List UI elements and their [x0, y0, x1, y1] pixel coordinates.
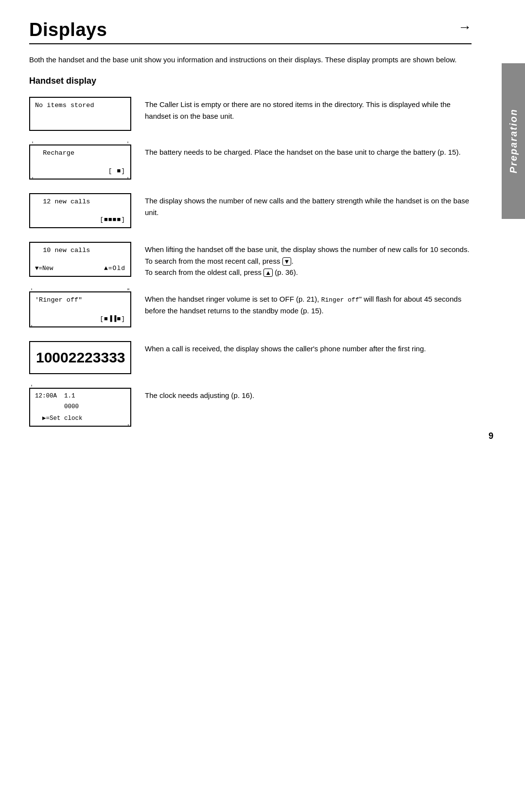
display-row-phone: 10002223333 When a call is received, the…: [29, 341, 472, 374]
tick-bl: ': [31, 177, 34, 182]
desc-ringer: When the handset ringer volume is set to…: [145, 291, 472, 316]
desc-recharge: The battery needs to be charged. Place t…: [145, 144, 472, 158]
desc-phone: When a call is received, the display sho…: [145, 341, 472, 354]
lcd-display-12-calls: 12 new calls [■■■■]: [29, 193, 131, 228]
sidebar-tab-label: Preparation: [508, 108, 519, 173]
display-items: No items stored The Caller List is empty…: [29, 97, 472, 427]
tick-ringer-tr: ": [127, 289, 130, 294]
tick-br: ': [126, 177, 129, 182]
battery-icon-12: [■■■■]: [100, 216, 125, 223]
lcd-bottom-recharge: [ ■]: [35, 167, 125, 175]
tick-ringer-tl: ': [30, 289, 33, 294]
lcd-bottom-ringer: [■▐▐■]: [35, 315, 125, 323]
lcd-line-12-calls: 12 new calls: [35, 198, 125, 205]
lcd-line-recharge: Recharge: [35, 149, 125, 157]
tick-clock-tl: ': [30, 385, 33, 390]
lcd-display-no-items: No items stored: [29, 97, 131, 131]
display-row-10-calls: 10 new calls ▼=New ▲=Old When lifting th…: [29, 242, 472, 278]
lcd-line-clock1: 12:00A 1.1: [35, 393, 125, 399]
display-row-recharge: ' ' Recharge [ ■] ' ' The battery needs …: [29, 144, 472, 180]
lcd-line-phone: 10002223333: [36, 349, 124, 366]
display-row-clock: ' 12:00A 1.1 0000 ▶=Set clock ' The cloc…: [29, 388, 472, 427]
tick-ringer-bl: ': [30, 325, 33, 330]
battery-label-10: ▲=Old: [104, 265, 125, 272]
title-arrow: →: [458, 19, 472, 35]
lcd-line: No items stored: [35, 102, 125, 109]
lcd-line-clock3: ▶=Set clock: [35, 414, 125, 422]
display-row-12-calls: 12 new calls [■■■■] The display shows th…: [29, 193, 472, 228]
lcd-display-recharge: ' ' Recharge [ ■] ' ': [29, 144, 131, 180]
battery-icon-recharge: [ ■]: [108, 167, 125, 175]
lcd-line-10-calls: 10 new calls: [35, 247, 125, 254]
section-heading: Handset display: [29, 76, 472, 86]
lcd-bottom-left-10: ▼=New: [35, 265, 104, 272]
lcd-line-clock2: 0000: [35, 403, 125, 410]
lcd-line-ringer1: 'Ringer off": [35, 296, 125, 304]
intro-text: Both the handset and the base unit show …: [29, 54, 472, 65]
tick-tr: ': [126, 142, 129, 147]
tick-tl: ': [31, 142, 34, 147]
tick-clock-br: ': [127, 424, 130, 430]
sidebar-tab: Preparation: [502, 63, 525, 219]
lcd-display-phone: 10002223333: [29, 341, 131, 374]
lcd-display-clock: ' 12:00A 1.1 0000 ▶=Set clock ': [29, 388, 131, 427]
page-wrapper: Displays → Both the handset and the base…: [0, 0, 525, 456]
display-row-no-items: No items stored The Caller List is empty…: [29, 97, 472, 131]
lcd-display-10-calls: 10 new calls ▼=New ▲=Old: [29, 242, 131, 277]
desc-no-items: The Caller List is empty or there are no…: [145, 97, 472, 122]
page-number: 9: [489, 431, 493, 441]
lcd-bottom-10: ▼=New ▲=Old: [35, 265, 125, 272]
title-rule: [29, 43, 472, 44]
lcd-display-ringer: ' " 'Ringer off" [■▐▐■] ': [29, 291, 131, 327]
desc-clock: The clock needs adjusting (p. 16).: [145, 388, 472, 401]
display-row-ringer: ' " 'Ringer off" [■▐▐■] ' When the hands…: [29, 291, 472, 327]
lcd-bottom-12: [■■■■]: [35, 216, 125, 223]
page-title: Displays: [29, 19, 472, 40]
desc-12-calls: The display shows the number of new call…: [145, 193, 472, 218]
desc-10-calls: When lifting the handset off the base un…: [145, 242, 472, 278]
battery-icon-ringer: [■▐▐■]: [100, 315, 125, 323]
